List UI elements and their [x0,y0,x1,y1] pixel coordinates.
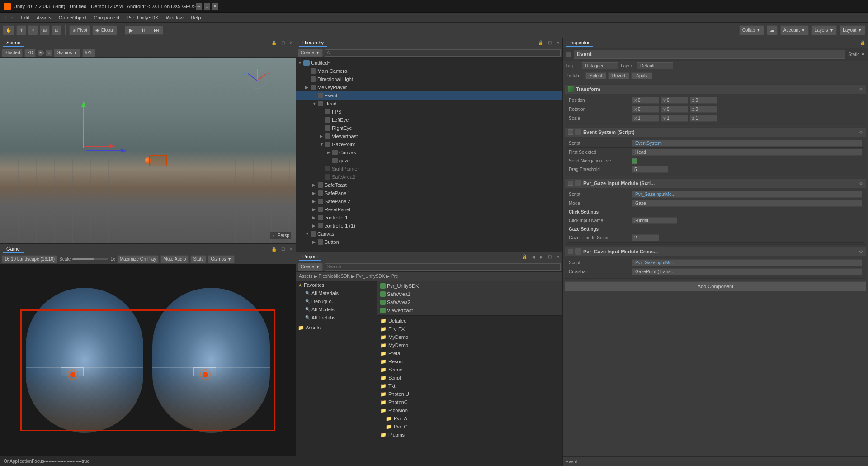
transform-menu-icon[interactable]: ⚙ [859,87,863,92]
txt-folder[interactable]: 📁Txt [378,382,561,390]
tab-game[interactable]: Game [3,245,24,253]
hierarchy-item-canvas1[interactable]: ▶ Canvas [296,148,562,157]
step-button[interactable]: ⏭ [150,26,163,34]
layers-dropdown[interactable]: Layers ▼ [811,25,837,35]
pvr-unitysdk-item[interactable]: Pvr_UnitySDK [378,282,561,290]
close-button[interactable]: ✕ [212,3,218,10]
scene-close[interactable]: ✕ [289,40,293,45]
game-maximize[interactable]: ⊡ [281,247,285,252]
collab-button[interactable]: Collab ▼ [739,25,764,35]
pivot-button[interactable]: ⊕ Pivot [69,25,90,35]
gizmos-dropdown[interactable]: Gizmos ▼ [54,49,80,57]
eventsystem-checkbox[interactable] [568,129,573,135]
project-close[interactable]: ✕ [556,254,560,259]
menu-gameobject[interactable]: GameObject [55,14,90,21]
hierarchy-item-gazepoint[interactable]: ▼ GazePoint [296,140,562,148]
hierarchy-maximize[interactable]: ⊡ [548,40,552,45]
detailed-folder[interactable]: 📁Detailed [378,317,561,325]
eventsystem-menu-icon[interactable]: ⚙ [859,130,863,135]
es-firstselected-value[interactable]: Head [632,149,862,156]
viewertoast-item[interactable]: Viewertoast [378,306,561,314]
gazeinput-menu-icon[interactable]: ⚙ [859,181,863,186]
scene-maximize[interactable]: ⊡ [281,40,285,45]
tab-inspector[interactable]: Inspector [566,39,593,47]
hierarchy-item-safearea2[interactable]: SafeArea2 [296,173,562,181]
plugins-folder[interactable]: 📁Plugins [378,431,561,439]
hierarchy-item-righteye[interactable]: RightEye [296,124,562,132]
tag-value[interactable]: Untagged [582,62,618,69]
scale-z-field[interactable]: Z1 [690,115,717,122]
pause-button[interactable]: ⏸ [137,26,150,34]
eventsystem-header[interactable]: Event System (Script) ⚙ [565,127,866,137]
scale-y-field[interactable]: Y1 [661,115,688,122]
shading-dropdown[interactable]: Shaded [2,49,23,57]
hierarchy-item-resetpanel[interactable]: ▶ ResetPanel [296,205,562,214]
rot-z-field[interactable]: Z0 [690,106,717,113]
picomob-folder[interactable]: 📁PicoMob [378,406,561,414]
game-gizmos-btn[interactable]: Gizmos ▼ [208,255,235,263]
account-dropdown[interactable]: Account ▼ [780,25,809,35]
resou-folder[interactable]: 📁Resou [378,357,561,366]
mydemo-folder[interactable]: 📁MyDemo [378,333,561,341]
hierarchy-item-event[interactable]: Event [296,91,562,100]
pvr-a-folder[interactable]: 📁Pvr_A [378,414,561,423]
menu-component[interactable]: Component [90,14,123,21]
pvr-c-folder[interactable]: 📁Pvr_C [378,423,561,431]
prefab-apply-btn[interactable]: Apply [631,72,652,79]
gazecross-checkbox[interactable] [568,249,573,254]
prefab-select-btn[interactable]: Select [585,72,606,79]
scene-light-btn[interactable]: ☀ [38,50,44,56]
gi-gazetime-value[interactable]: 2 [632,234,659,241]
global-button[interactable]: ◉ Global [92,25,117,35]
tool-move[interactable]: ✛ [16,25,26,35]
es-sendnav-checkbox[interactable] [632,158,637,164]
tool-rotate[interactable]: ↺ [28,25,38,35]
object-name-field[interactable] [574,50,845,59]
hierarchy-search[interactable] [325,49,561,57]
static-label[interactable]: Static ▼ [848,52,865,57]
scene-sound-btn[interactable]: ♪ [46,50,52,56]
all-models-item[interactable]: 🔍 All Models [296,305,377,314]
gc-script-value[interactable]: Pvr_GazeInputMo... [632,259,862,266]
firefx-folder[interactable]: 📁Fire FX [378,325,561,333]
hierarchy-item-canvas2[interactable]: ▼ Canvas [296,230,562,238]
project-nav-fwd[interactable]: ▶ [540,254,543,259]
tab-project[interactable]: Project [299,253,321,261]
all-materials-item[interactable]: 🔍 All Materials [296,289,377,297]
tool-scale[interactable]: ⊞ [40,25,50,35]
project-search[interactable] [325,263,561,271]
menu-edit[interactable]: Edit [17,14,33,21]
project-maximize[interactable]: ⊡ [548,254,552,259]
script-folder[interactable]: 📁Script [378,374,561,382]
project-create-btn[interactable]: Create ▼ [298,263,323,271]
hierarchy-item-lefteye[interactable]: LeftEye [296,116,562,124]
menu-window[interactable]: Window [162,14,187,21]
pos-y-field[interactable]: Y0 [661,97,688,104]
hierarchy-item-mekeyplayer[interactable]: ▶ MeKeyPlayer [296,83,562,91]
menu-pvr[interactable]: Pvr_UnitySDK [123,14,162,21]
photonc-folder[interactable]: 📁PhotonC [378,398,561,406]
hierarchy-item-maincamera[interactable]: Main Camera [296,67,562,75]
all-prefabs-item[interactable]: 🔍 All Prefabs [296,314,377,322]
gazecross-menu-icon[interactable]: ⚙ [859,249,863,254]
aspect-dropdown[interactable]: 16:10 Landscape (16:10) [2,255,57,263]
rot-y-field[interactable]: Y0 [661,106,688,113]
layer-value[interactable]: Default [637,62,673,69]
hierarchy-item-controller1[interactable]: ▶ controller1 [296,214,562,222]
assets-tree-header[interactable]: 📁 Assets [296,323,377,332]
favorites-header[interactable]: ★ Favorites [296,281,377,289]
es-dragthreshold-value[interactable]: 5 [632,166,668,173]
hierarchy-item-head[interactable]: ▼ Head [296,100,562,108]
object-active-checkbox[interactable] [566,52,571,57]
scale-x-field[interactable]: X1 [632,115,659,122]
scene-folder[interactable]: 📁Scene [378,366,561,374]
safearea2-item[interactable]: SafeArea2 [378,298,561,306]
gc-crosshair-value[interactable]: GazePoint (Transf... [632,268,862,275]
prefab-revert-btn[interactable]: Revert [608,72,629,79]
hierarchy-close[interactable]: ✕ [556,40,560,45]
hierarchy-item-safepanel2[interactable]: ▶ SafePanel2 [296,197,562,205]
menu-help[interactable]: Help [187,14,205,21]
hierarchy-item-button[interactable]: ▶ Button [296,238,562,246]
2d-button[interactable]: 2D [24,49,36,57]
gazecross-header[interactable]: Pvr_Gaze Input Module Cross... ⚙ [565,247,866,257]
